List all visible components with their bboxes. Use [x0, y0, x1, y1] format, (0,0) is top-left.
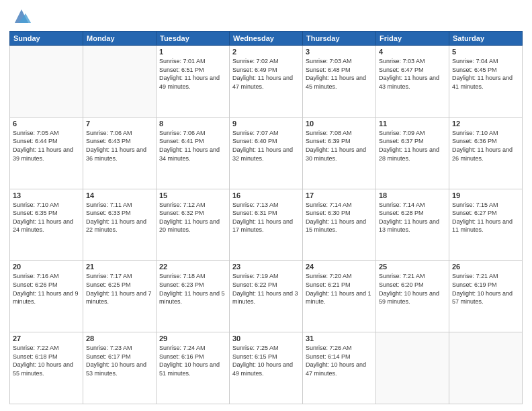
- day-number: 26: [452, 263, 519, 271]
- day-info: Sunrise: 7:05 AM Sunset: 6:44 PM Dayligh…: [13, 129, 80, 163]
- day-number: 15: [159, 191, 226, 199]
- day-of-week-header: Monday: [83, 32, 157, 46]
- day-number: 1: [159, 48, 226, 56]
- calendar-cell: 4Sunrise: 7:03 AM Sunset: 6:47 PM Daylig…: [376, 46, 449, 118]
- calendar-cell: [449, 332, 523, 404]
- calendar-cell: 15Sunrise: 7:12 AM Sunset: 6:32 PM Dayli…: [157, 189, 230, 261]
- calendar-cell: [83, 46, 157, 118]
- calendar-cell: 31Sunrise: 7:26 AM Sunset: 6:14 PM Dayli…: [303, 332, 376, 404]
- day-number: 4: [379, 48, 446, 56]
- calendar-cell: 18Sunrise: 7:14 AM Sunset: 6:28 PM Dayli…: [376, 189, 449, 261]
- calendar-week-row: 27Sunrise: 7:22 AM Sunset: 6:18 PM Dayli…: [10, 332, 523, 404]
- day-info: Sunrise: 7:11 AM Sunset: 6:33 PM Dayligh…: [86, 201, 153, 234]
- day-of-week-header: Saturday: [449, 32, 523, 46]
- day-number: 31: [306, 334, 373, 342]
- calendar-week-row: 20Sunrise: 7:16 AM Sunset: 6:26 PM Dayli…: [10, 261, 523, 332]
- day-info: Sunrise: 7:22 AM Sunset: 6:18 PM Dayligh…: [13, 344, 80, 377]
- day-info: Sunrise: 7:06 AM Sunset: 6:41 PM Dayligh…: [159, 129, 226, 163]
- calendar-cell: 25Sunrise: 7:21 AM Sunset: 6:20 PM Dayli…: [376, 261, 449, 332]
- day-info: Sunrise: 7:21 AM Sunset: 6:20 PM Dayligh…: [379, 272, 446, 306]
- day-info: Sunrise: 7:23 AM Sunset: 6:17 PM Dayligh…: [86, 344, 153, 377]
- day-number: 28: [86, 334, 153, 342]
- day-number: 2: [232, 48, 300, 56]
- calendar-cell: 2Sunrise: 7:02 AM Sunset: 6:49 PM Daylig…: [230, 46, 303, 118]
- calendar-cell: 1Sunrise: 7:01 AM Sunset: 6:51 PM Daylig…: [157, 46, 230, 118]
- calendar-cell: 6Sunrise: 7:05 AM Sunset: 6:44 PM Daylig…: [10, 117, 83, 189]
- logo-icon: [12, 7, 31, 26]
- day-of-week-header: Sunday: [10, 32, 83, 46]
- day-number: 13: [13, 191, 80, 199]
- day-number: 24: [306, 263, 373, 271]
- day-info: Sunrise: 7:01 AM Sunset: 6:51 PM Dayligh…: [159, 57, 226, 91]
- calendar-cell: 9Sunrise: 7:07 AM Sunset: 6:40 PM Daylig…: [230, 117, 303, 189]
- day-info: Sunrise: 7:17 AM Sunset: 6:25 PM Dayligh…: [86, 272, 153, 306]
- day-of-week-header: Wednesday: [230, 32, 303, 46]
- day-number: 5: [452, 48, 519, 56]
- day-info: Sunrise: 7:25 AM Sunset: 6:15 PM Dayligh…: [232, 344, 300, 377]
- day-info: Sunrise: 7:14 AM Sunset: 6:28 PM Dayligh…: [379, 201, 446, 234]
- day-info: Sunrise: 7:18 AM Sunset: 6:23 PM Dayligh…: [159, 272, 226, 306]
- day-number: 18: [379, 191, 446, 199]
- day-number: 17: [306, 191, 373, 199]
- day-info: Sunrise: 7:10 AM Sunset: 6:36 PM Dayligh…: [452, 129, 519, 163]
- day-info: Sunrise: 7:15 AM Sunset: 6:27 PM Dayligh…: [452, 201, 519, 234]
- day-info: Sunrise: 7:02 AM Sunset: 6:49 PM Dayligh…: [232, 57, 300, 91]
- day-info: Sunrise: 7:04 AM Sunset: 6:45 PM Dayligh…: [452, 57, 519, 91]
- calendar-cell: 8Sunrise: 7:06 AM Sunset: 6:41 PM Daylig…: [157, 117, 230, 189]
- header: [9, 7, 523, 26]
- calendar-cell: 13Sunrise: 7:10 AM Sunset: 6:35 PM Dayli…: [10, 189, 83, 261]
- calendar-cell: 12Sunrise: 7:10 AM Sunset: 6:36 PM Dayli…: [449, 117, 523, 189]
- day-of-week-header: Thursday: [303, 32, 376, 46]
- calendar-cell: 29Sunrise: 7:24 AM Sunset: 6:16 PM Dayli…: [157, 332, 230, 404]
- day-number: 12: [452, 120, 519, 128]
- calendar-cell: [376, 332, 449, 404]
- day-of-week-header: Friday: [376, 32, 449, 46]
- calendar-cell: 20Sunrise: 7:16 AM Sunset: 6:26 PM Dayli…: [10, 261, 83, 332]
- calendar-cell: 5Sunrise: 7:04 AM Sunset: 6:45 PM Daylig…: [449, 46, 523, 118]
- calendar-cell: 26Sunrise: 7:21 AM Sunset: 6:19 PM Dayli…: [449, 261, 523, 332]
- day-info: Sunrise: 7:03 AM Sunset: 6:48 PM Dayligh…: [306, 57, 373, 91]
- day-info: Sunrise: 7:16 AM Sunset: 6:26 PM Dayligh…: [13, 272, 80, 306]
- calendar-cell: 28Sunrise: 7:23 AM Sunset: 6:17 PM Dayli…: [83, 332, 157, 404]
- day-number: 21: [86, 263, 153, 271]
- day-number: 19: [452, 191, 519, 199]
- day-number: 10: [306, 120, 373, 128]
- day-info: Sunrise: 7:13 AM Sunset: 6:31 PM Dayligh…: [232, 201, 300, 234]
- calendar-cell: 11Sunrise: 7:09 AM Sunset: 6:37 PM Dayli…: [376, 117, 449, 189]
- day-number: 11: [379, 120, 446, 128]
- calendar-cell: 19Sunrise: 7:15 AM Sunset: 6:27 PM Dayli…: [449, 189, 523, 261]
- page: SundayMondayTuesdayWednesdayThursdayFrid…: [0, 0, 532, 411]
- day-info: Sunrise: 7:19 AM Sunset: 6:22 PM Dayligh…: [232, 272, 300, 306]
- day-info: Sunrise: 7:03 AM Sunset: 6:47 PM Dayligh…: [379, 57, 446, 91]
- calendar-week-row: 6Sunrise: 7:05 AM Sunset: 6:44 PM Daylig…: [10, 117, 523, 189]
- calendar-cell: 27Sunrise: 7:22 AM Sunset: 6:18 PM Dayli…: [10, 332, 83, 404]
- day-info: Sunrise: 7:20 AM Sunset: 6:21 PM Dayligh…: [306, 272, 373, 306]
- day-info: Sunrise: 7:14 AM Sunset: 6:30 PM Dayligh…: [306, 201, 373, 234]
- calendar-cell: [10, 46, 83, 118]
- day-number: 25: [379, 263, 446, 271]
- day-info: Sunrise: 7:08 AM Sunset: 6:39 PM Dayligh…: [306, 129, 373, 163]
- calendar-cell: 22Sunrise: 7:18 AM Sunset: 6:23 PM Dayli…: [157, 261, 230, 332]
- calendar-cell: 3Sunrise: 7:03 AM Sunset: 6:48 PM Daylig…: [303, 46, 376, 118]
- day-info: Sunrise: 7:10 AM Sunset: 6:35 PM Dayligh…: [13, 201, 80, 234]
- logo: [9, 9, 31, 26]
- day-number: 8: [159, 120, 226, 128]
- day-number: 23: [232, 263, 300, 271]
- calendar-week-row: 13Sunrise: 7:10 AM Sunset: 6:35 PM Dayli…: [10, 189, 523, 261]
- day-number: 29: [159, 334, 226, 342]
- day-info: Sunrise: 7:24 AM Sunset: 6:16 PM Dayligh…: [159, 344, 226, 377]
- calendar-cell: 16Sunrise: 7:13 AM Sunset: 6:31 PM Dayli…: [230, 189, 303, 261]
- day-info: Sunrise: 7:26 AM Sunset: 6:14 PM Dayligh…: [306, 344, 373, 377]
- day-number: 7: [86, 120, 153, 128]
- day-of-week-header: Tuesday: [157, 32, 230, 46]
- day-number: 30: [232, 334, 300, 342]
- day-info: Sunrise: 7:06 AM Sunset: 6:43 PM Dayligh…: [86, 129, 153, 163]
- day-number: 6: [13, 120, 80, 128]
- day-info: Sunrise: 7:07 AM Sunset: 6:40 PM Dayligh…: [232, 129, 300, 163]
- day-info: Sunrise: 7:21 AM Sunset: 6:19 PM Dayligh…: [452, 272, 519, 306]
- day-number: 27: [13, 334, 80, 342]
- calendar-cell: 14Sunrise: 7:11 AM Sunset: 6:33 PM Dayli…: [83, 189, 157, 261]
- day-number: 16: [232, 191, 300, 199]
- calendar-cell: 10Sunrise: 7:08 AM Sunset: 6:39 PM Dayli…: [303, 117, 376, 189]
- day-info: Sunrise: 7:09 AM Sunset: 6:37 PM Dayligh…: [379, 129, 446, 163]
